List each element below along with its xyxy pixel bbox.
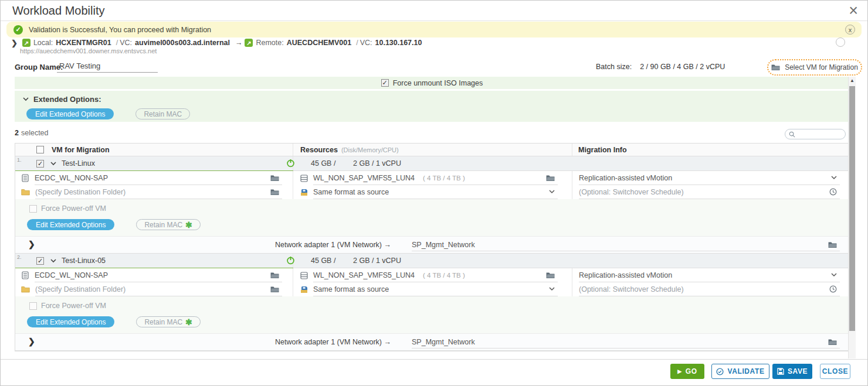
switchover-schedule-field[interactable]: (Optional: Switchover Schedule)	[579, 285, 684, 293]
workload-mobility-dialog: Workload Mobility × ✓ Validation is Succ…	[0, 0, 868, 386]
batch-size-value: 2 / 90 GB / 4 GB / 2 vCPU	[640, 63, 725, 71]
browse-datastore-icon[interactable]	[546, 272, 555, 279]
vc-label: VC:	[360, 39, 372, 47]
select-all-checkbox[interactable]	[36, 146, 44, 153]
validation-message: Validation is Successful, You can procee…	[29, 26, 211, 34]
dest-folder-placeholder[interactable]: (Specify Destination Folder)	[35, 188, 126, 196]
row-network-mapping: ❯ Network adapter 1 (VM Network) → SP_Mg…	[15, 237, 849, 254]
vertical-scrollbar[interactable]: ▲	[848, 77, 856, 358]
chevron-down-icon[interactable]	[831, 273, 837, 277]
validate-label: VALIDATE	[727, 367, 764, 375]
chevron-right-icon[interactable]: ❯	[28, 240, 35, 249]
network-mapping-label: Network adapter 1 (VM Network) →	[275, 241, 391, 249]
edit-extended-options-button[interactable]: Edit Extended Options	[27, 316, 114, 327]
save-button[interactable]: SAVE	[772, 364, 812, 379]
network-target-value[interactable]: SP_Mgmt_Network	[412, 338, 475, 346]
row-number: 2.	[17, 254, 22, 260]
row-extended-zone: Force Power-off VM Edit Extended Options…	[15, 199, 849, 237]
migration-profile-select[interactable]: Replication-assisted vMotion	[579, 174, 672, 182]
row-settings-line-1: ECDC_WL_NON-SAP WL_NON_SAP_VMFS5_LUN4 ( …	[15, 268, 849, 282]
power-on-icon	[286, 159, 295, 168]
search-input[interactable]	[798, 130, 842, 138]
row-number: 1.	[17, 157, 22, 163]
remote-site-name: AUECDCHEMV001	[287, 39, 351, 47]
folder-yellow-icon	[21, 189, 30, 196]
header-migration-info: Migration Info	[578, 146, 627, 154]
power-on-icon	[286, 256, 295, 265]
row-extended-zone: Force Power-off VM Edit Extended Options…	[15, 296, 849, 334]
browse-folder-icon[interactable]	[270, 272, 279, 279]
chevron-down-icon[interactable]	[50, 162, 56, 166]
chevron-right-icon[interactable]: ❯	[28, 337, 35, 346]
save-icon	[777, 368, 784, 375]
page-title: Workload Mobility	[12, 4, 104, 18]
expand-chevron-icon[interactable]: ❯	[11, 39, 18, 47]
banner-dismiss-icon[interactable]: x	[845, 25, 855, 35]
close-button[interactable]: CLOSE	[820, 364, 850, 379]
group-name-input[interactable]	[57, 59, 158, 73]
datastore-icon	[300, 272, 308, 279]
chevron-down-icon[interactable]	[549, 190, 555, 194]
datastore-value: WL_NON_SAP_VMFS5_LUN4	[313, 271, 415, 279]
datastore-icon	[300, 175, 308, 182]
browse-folder-icon[interactable]	[270, 286, 279, 293]
retain-mac-button[interactable]: Retain MAC ✱	[136, 316, 200, 327]
save-label: SAVE	[788, 367, 808, 375]
vm-name: Test-Linux-05	[62, 257, 106, 265]
disk-format-select[interactable]: Same format as source	[313, 188, 389, 196]
browse-network-icon[interactable]	[828, 241, 837, 248]
resource-pool-icon	[21, 174, 29, 182]
vm-mem-cpu: 2 GB / 1 vCPU	[353, 257, 401, 265]
edit-extended-options-button[interactable]: Edit Extended Options	[26, 108, 114, 119]
force-poweroff-checkbox[interactable]	[29, 205, 37, 213]
header-vm: VM for Migration	[52, 146, 110, 154]
table-row: 1. ✓ Test-Linux 45 GB / 2 GB / 1 vCPU	[15, 156, 849, 171]
site-refresh-icon[interactable]	[836, 37, 845, 47]
group-name-label: Group Name:	[15, 63, 63, 71]
go-button[interactable]: ▶ GO	[670, 364, 704, 379]
scroll-up-icon[interactable]: ▲	[849, 78, 856, 83]
clock-icon[interactable]	[829, 285, 837, 293]
chevron-down-icon[interactable]	[50, 259, 56, 263]
browse-folder-icon[interactable]	[270, 189, 279, 196]
chevron-down-icon[interactable]	[831, 176, 837, 180]
retain-mac-button[interactable]: Retain MAC	[135, 108, 190, 119]
close-icon[interactable]: ×	[849, 3, 858, 19]
chevron-down-icon[interactable]	[23, 97, 29, 101]
force-unmount-label: Force unmount ISO Images	[393, 79, 483, 87]
migration-profile-select[interactable]: Replication-assisted vMotion	[579, 271, 672, 279]
force-unmount-checkbox[interactable]: ✓	[381, 79, 389, 87]
force-unmount-band: ✓ Force unmount ISO Images	[15, 77, 849, 89]
clock-icon[interactable]	[829, 188, 837, 196]
switchover-schedule-field[interactable]: (Optional: Switchover Schedule)	[579, 188, 684, 196]
disk-format-icon	[300, 286, 308, 293]
select-vm-button[interactable]: Select VM for Migration	[767, 59, 862, 76]
network-mapping-label: Network adapter 1 (VM Network) →	[275, 338, 391, 346]
vm-disk-size: 45 GB /	[311, 159, 335, 168]
edit-extended-options-button[interactable]: Edit Extended Options	[27, 219, 114, 230]
browse-folder-icon[interactable]	[270, 175, 279, 182]
scrollbar-thumb[interactable]	[849, 86, 855, 331]
pair-arrow-icon: →	[235, 39, 243, 47]
browse-network-icon[interactable]	[828, 339, 837, 346]
vm-select-checkbox[interactable]: ✓	[36, 160, 44, 168]
chevron-down-icon[interactable]	[549, 287, 555, 291]
disk-format-select[interactable]: Same format as source	[313, 285, 389, 293]
vm-select-checkbox[interactable]: ✓	[36, 257, 44, 265]
vc-label: VC:	[120, 39, 132, 47]
row-network-mapping: ❯ Network adapter 1 (VM Network) → SP_Mg…	[15, 334, 849, 351]
go-label: GO	[686, 367, 697, 375]
remote-label: Remote:	[256, 39, 283, 47]
network-target-value[interactable]: SP_Mgmt_Network	[412, 241, 475, 249]
dest-folder-placeholder[interactable]: (Specify Destination Folder)	[35, 285, 126, 293]
force-poweroff-checkbox[interactable]	[29, 302, 37, 310]
folder-icon	[771, 64, 780, 71]
check-circle-icon	[716, 368, 724, 375]
search-box[interactable]	[785, 129, 846, 139]
remote-site-icon: ↗	[245, 39, 253, 47]
validate-button[interactable]: VALIDATE	[711, 364, 769, 379]
browse-datastore-icon[interactable]	[546, 175, 555, 182]
folder-yellow-icon	[21, 286, 30, 293]
separator: /	[116, 39, 118, 47]
retain-mac-button[interactable]: Retain MAC ✱	[136, 219, 200, 230]
